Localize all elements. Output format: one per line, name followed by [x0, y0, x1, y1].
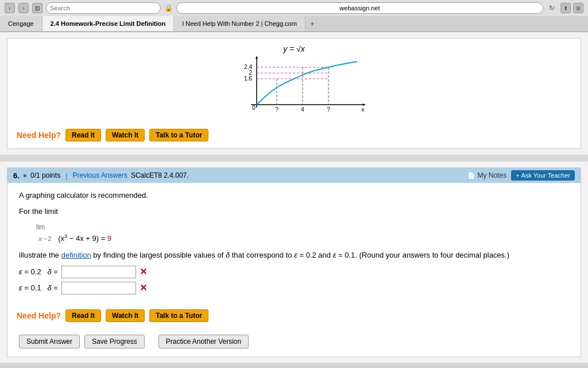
q6-illustrate-text: illustrate the definition by finding the…: [19, 250, 569, 261]
url-bar[interactable]: [176, 2, 543, 14]
tab-homework[interactable]: 2.4 Homework-Precise Limit Definition: [42, 16, 175, 31]
q6-limit-intro: For the limit: [19, 206, 569, 217]
q6-delta1-input[interactable]: [61, 266, 136, 278]
nav-forward-btn[interactable]: ›: [18, 3, 29, 13]
q6-ref: SCalcET8 2.4.007.: [131, 171, 189, 179]
tab-cengage[interactable]: Cengage: [0, 16, 42, 31]
q6-my-notes-btn[interactable]: 📄 My Notes: [467, 171, 506, 179]
graph-svg: 2.4 2 1.6 0 ? 4 ? x: [239, 56, 366, 116]
q6-epsilon1-label: ε = 0.2 δ =: [19, 267, 58, 276]
q6-wrong1-icon: ✕: [140, 266, 147, 277]
definition-link[interactable]: definition: [61, 251, 91, 259]
svg-text:1.6: 1.6: [244, 75, 252, 82]
q6-plus-icon: +: [516, 172, 519, 179]
q6-epsilon2-label: ε = 0.1 δ =: [19, 283, 58, 292]
q6-read-it-btn[interactable]: Read It: [65, 309, 101, 322]
svg-text:?: ?: [275, 106, 278, 113]
q6-limit-expr: lim x→2 (x3 − 4x + 9) = 9: [36, 221, 569, 244]
q6-practice-btn[interactable]: Practice Another Version: [158, 335, 249, 348]
svg-marker-2: [363, 103, 366, 106]
need-help-label: Need Help?: [17, 131, 61, 140]
svg-marker-3: [256, 56, 258, 59]
q6-points-icon: ●: [23, 171, 27, 179]
q6-points: 0/1 points: [30, 171, 60, 179]
q6-save-btn[interactable]: Save Progress: [84, 335, 145, 348]
svg-text:?: ?: [327, 106, 330, 113]
nav-back-btn[interactable]: ‹: [5, 3, 15, 13]
q6-my-notes-label: My Notes: [477, 171, 506, 179]
q6-ask-teacher-btn[interactable]: + Ask Your Teacher: [511, 170, 575, 181]
talk-to-tutor-btn[interactable]: Talk to a Tutor: [149, 129, 208, 141]
graph-formula: y = √x: [19, 44, 569, 53]
share-btn[interactable]: ⬆: [560, 3, 571, 13]
q6-submit-btn[interactable]: Submit Answer: [19, 335, 80, 348]
q6-delta2-input[interactable]: [61, 282, 136, 294]
tab-add-btn[interactable]: +: [305, 16, 319, 31]
add-bookmark-btn[interactable]: ⊞: [573, 3, 583, 13]
svg-text:4: 4: [301, 106, 304, 113]
q6-separator: |: [65, 171, 67, 180]
reload-btn[interactable]: ↻: [547, 3, 557, 13]
search-input[interactable]: [46, 2, 161, 14]
q6-body-text: A graphing calculator is recommended.: [19, 190, 569, 201]
tab-chegg[interactable]: I Need Help With Number 2 | Chegg.com: [174, 16, 305, 31]
q6-watch-it-btn[interactable]: Watch It: [106, 309, 145, 322]
q6-need-help-label: Need Help?: [17, 311, 61, 320]
q6-talk-to-tutor-btn[interactable]: Talk to a Tutor: [149, 309, 208, 322]
svg-text:0: 0: [252, 105, 256, 111]
svg-text:x: x: [362, 106, 365, 113]
q6-wrong2-icon: ✕: [140, 282, 147, 293]
watch-it-btn[interactable]: Watch It: [106, 129, 145, 141]
read-it-btn[interactable]: Read It: [65, 129, 101, 141]
question-6-number: 6.: [13, 171, 20, 180]
q6-prev-answers[interactable]: Previous Answers: [73, 171, 127, 179]
window-btn[interactable]: ⊡: [32, 3, 42, 13]
security-icon: 🔒: [164, 4, 173, 12]
q6-note-icon: 📄: [467, 172, 475, 179]
